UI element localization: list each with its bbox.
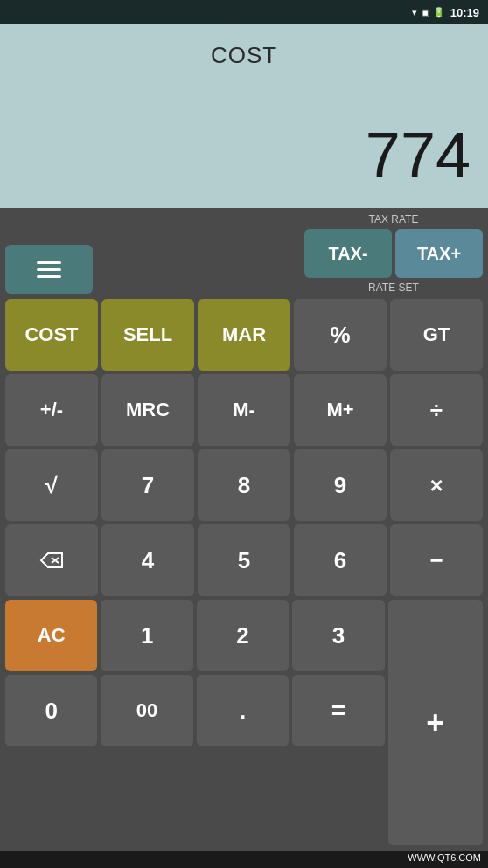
tax-rate-label: TAX RATE xyxy=(369,213,419,226)
menu-icon xyxy=(37,261,61,278)
multiply-button[interactable]: × xyxy=(390,449,483,521)
rate-set-label: RATE SET xyxy=(368,281,419,294)
backspace-button[interactable] xyxy=(5,524,98,596)
gt-button[interactable]: GT xyxy=(390,299,483,371)
m-plus-button[interactable]: M+ xyxy=(294,374,387,446)
num-pad-section: AC 1 2 3 0 00 . = xyxy=(5,600,385,845)
divide-button[interactable]: ÷ xyxy=(390,374,483,446)
watermark: WWW.QT6.COM xyxy=(0,851,488,868)
five-button[interactable]: 5 xyxy=(198,524,290,596)
percent-button[interactable]: % xyxy=(294,299,387,371)
plus-container: + xyxy=(388,600,483,845)
row-5: AC 1 2 3 xyxy=(5,600,385,671)
battery-icon: 🔋 xyxy=(433,7,445,18)
mrc-button[interactable]: MRC xyxy=(101,374,194,446)
tax-group: TAX RATE TAX- TAX+ RATE SET xyxy=(304,213,483,294)
six-button[interactable]: 6 xyxy=(294,524,387,596)
zero-button[interactable]: 0 xyxy=(5,675,97,746)
status-bar: ▾ ▣ 🔋 10:19 xyxy=(0,0,488,24)
tax-minus-button[interactable]: TAX- xyxy=(304,229,392,278)
row-2: +/- MRC M- M+ ÷ xyxy=(5,374,483,446)
row-1: COST SELL MAR % GT xyxy=(5,299,483,371)
rows-5-6: AC 1 2 3 0 00 . = + xyxy=(5,600,483,845)
status-icons: ▾ ▣ 🔋 xyxy=(412,7,445,18)
display-value: 774 xyxy=(0,119,488,191)
status-time: 10:19 xyxy=(450,6,479,19)
plus-button[interactable]: + xyxy=(388,600,483,845)
sell-button[interactable]: SELL xyxy=(101,299,194,371)
equals-button[interactable]: = xyxy=(292,675,384,746)
display-label: COST xyxy=(211,42,277,69)
cost-button[interactable]: COST xyxy=(5,299,98,371)
three-button[interactable]: 3 xyxy=(292,600,384,671)
sqrt-button[interactable]: √ xyxy=(5,449,98,521)
menu-button[interactable] xyxy=(5,245,93,294)
eight-button[interactable]: 8 xyxy=(198,449,290,521)
dot-button[interactable]: . xyxy=(197,675,289,746)
calculator-body: TAX RATE TAX- TAX+ RATE SET COST SELL MA… xyxy=(0,208,488,851)
wifi-icon: ▾ xyxy=(412,7,417,18)
nine-button[interactable]: 9 xyxy=(294,449,387,521)
row-6: 0 00 . = xyxy=(5,675,385,746)
double-zero-button[interactable]: 00 xyxy=(101,675,192,746)
minus-button[interactable]: − xyxy=(390,524,483,596)
row-3: √ 7 8 9 × xyxy=(5,449,483,521)
seven-button[interactable]: 7 xyxy=(101,449,194,521)
backspace-icon xyxy=(39,552,64,569)
svg-marker-0 xyxy=(41,553,62,567)
tax-plus-button[interactable]: TAX+ xyxy=(395,229,483,278)
two-button[interactable]: 2 xyxy=(197,600,289,671)
row-4: 4 5 6 − xyxy=(5,524,483,596)
plus-minus-button[interactable]: +/- xyxy=(5,374,98,446)
ac-button[interactable]: AC xyxy=(5,600,97,671)
one-button[interactable]: 1 xyxy=(101,600,192,671)
signal-icon: ▣ xyxy=(421,7,429,18)
four-button[interactable]: 4 xyxy=(101,524,194,596)
mar-button[interactable]: MAR xyxy=(198,299,290,371)
display-area: COST 774 xyxy=(0,24,488,208)
m-minus-button[interactable]: M- xyxy=(198,374,290,446)
